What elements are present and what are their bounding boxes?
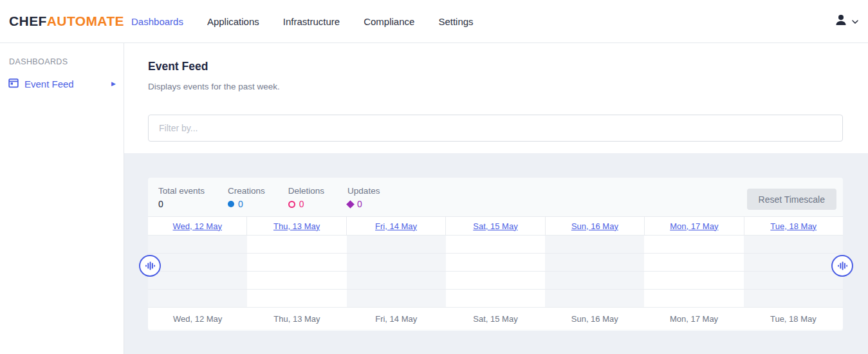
logo-primary: CHEF: [9, 14, 47, 28]
filter-input[interactable]: [148, 115, 843, 142]
grid-cell: [347, 236, 446, 254]
nav-dashboards[interactable]: Dashboards: [131, 16, 183, 27]
event-feed-section: Total events 0 Creations 0 Deletions 0 U…: [124, 153, 868, 354]
grid-cell: [446, 272, 545, 290]
main-nav: Dashboards Applications Infrastructure C…: [131, 16, 474, 27]
grid-cell: [247, 272, 346, 290]
nav-applications[interactable]: Applications: [207, 16, 259, 27]
reset-timescale-button[interactable]: Reset Timescale: [747, 189, 836, 210]
chevron-down-icon: [852, 15, 858, 27]
axis-label: Mon, 17 May: [644, 314, 743, 324]
day-header-cell: Sat, 15 May: [446, 217, 545, 235]
nav-settings[interactable]: Settings: [438, 16, 473, 27]
grid-column: [644, 236, 743, 308]
deletions-marker-icon: [288, 201, 295, 208]
stat-total-events: Total events 0: [158, 186, 205, 216]
grid-cell: [446, 254, 545, 272]
sidebar-item-label: Event Feed: [24, 79, 74, 89]
grid-cell: [247, 254, 346, 272]
sidebar-section-title: DASHBOARDS: [9, 57, 124, 66]
grid-cell: [545, 290, 644, 308]
axis-label: Thu, 13 May: [247, 314, 346, 324]
day-header-cell: Fri, 14 May: [347, 217, 446, 235]
grid-column: [347, 236, 446, 308]
nav-compliance[interactable]: Compliance: [364, 16, 414, 27]
grid-cell: [744, 254, 843, 272]
grid-cell: [644, 254, 743, 272]
sidebar-item-event-feed[interactable]: Event Feed ▶: [0, 77, 124, 91]
axis-label: Sat, 15 May: [446, 314, 545, 324]
grid-cell: [148, 290, 247, 308]
expand-arrow-icon[interactable]: ▶: [111, 81, 116, 87]
chef-automate-logo[interactable]: CHEFAUTOMATE: [9, 14, 124, 29]
stat-label: Deletions: [288, 186, 324, 196]
user-icon: [835, 14, 847, 29]
grid-cell: [744, 236, 843, 254]
grid-cell: [644, 290, 743, 308]
grid-column: [247, 236, 346, 308]
grid-cell: [347, 272, 446, 290]
app-header: CHEFAUTOMATE Dashboards Applications Inf…: [0, 0, 868, 43]
grid-column: [148, 236, 247, 308]
day-header-cell: Thu, 13 May: [247, 217, 346, 235]
day-link[interactable]: Sun, 16 May: [571, 221, 618, 231]
grid-column: [545, 236, 644, 308]
stat-value: 0: [288, 199, 324, 209]
stat-value: 0: [158, 199, 205, 209]
grid-cell: [644, 236, 743, 254]
timeline-grid: [148, 236, 843, 308]
grid-cell: [545, 254, 644, 272]
grid-cell: [446, 236, 545, 254]
timescale-slider-left[interactable]: [139, 255, 161, 277]
stat-creations: Creations 0: [228, 186, 265, 216]
calendar-event-icon: [8, 78, 19, 90]
grid-cell: [446, 290, 545, 308]
event-guitar-strings-card: Total events 0 Creations 0 Deletions 0 U…: [148, 178, 843, 331]
day-header-cell: Tue, 18 May: [744, 217, 843, 235]
axis-label: Sun, 16 May: [545, 314, 644, 324]
sidebar: DASHBOARDS Event Feed ▶: [0, 43, 124, 354]
day-link[interactable]: Sat, 15 May: [473, 221, 517, 231]
day-link[interactable]: Mon, 17 May: [670, 221, 718, 231]
timeline-day-header: Wed, 12 May Thu, 13 May Fri, 14 May Sat,…: [148, 216, 843, 236]
day-header-cell: Wed, 12 May: [148, 217, 247, 235]
day-link[interactable]: Thu, 13 May: [273, 221, 320, 231]
grid-cell: [347, 254, 446, 272]
grid-cell: [545, 236, 644, 254]
user-menu-button[interactable]: [835, 14, 858, 29]
day-link[interactable]: Wed, 12 May: [173, 221, 222, 231]
nav-infrastructure[interactable]: Infrastructure: [283, 16, 340, 27]
axis-label: Fri, 14 May: [347, 314, 446, 324]
logo-secondary: AUTOMATE: [47, 14, 124, 28]
page-subtitle: Displays events for the past week.: [148, 82, 280, 91]
timescale-slider-right[interactable]: [831, 255, 853, 277]
equalizer-icon: [837, 261, 847, 271]
axis-label: Wed, 12 May: [148, 314, 247, 324]
updates-marker-icon: [346, 200, 355, 209]
day-header-cell: Sun, 16 May: [546, 217, 645, 235]
grid-cell: [744, 272, 843, 290]
stat-deletions: Deletions 0: [288, 186, 324, 216]
timeline-axis-labels: Wed, 12 May Thu, 13 May Fri, 14 May Sat,…: [148, 308, 843, 330]
page-title: Event Feed: [148, 60, 208, 73]
grid-cell: [148, 272, 247, 290]
grid-column: [744, 236, 843, 308]
grid-cell: [247, 290, 346, 308]
grid-cell: [148, 236, 247, 254]
axis-label: Tue, 18 May: [744, 314, 843, 324]
stat-updates: Updates 0: [347, 186, 380, 216]
grid-column: [446, 236, 545, 308]
main-content: Event Feed Displays events for the past …: [124, 43, 868, 354]
day-link[interactable]: Fri, 14 May: [375, 221, 417, 231]
grid-cell: [148, 254, 247, 272]
equalizer-icon: [145, 261, 155, 271]
grid-cell: [644, 272, 743, 290]
grid-cell: [247, 236, 346, 254]
grid-cell: [347, 290, 446, 308]
creations-marker-icon: [228, 201, 234, 207]
grid-cell: [744, 290, 843, 308]
day-header-cell: Mon, 17 May: [645, 217, 744, 235]
day-link[interactable]: Tue, 18 May: [770, 221, 817, 231]
stat-value: 0: [228, 199, 265, 209]
event-stats-row: Total events 0 Creations 0 Deletions 0 U…: [148, 178, 843, 216]
